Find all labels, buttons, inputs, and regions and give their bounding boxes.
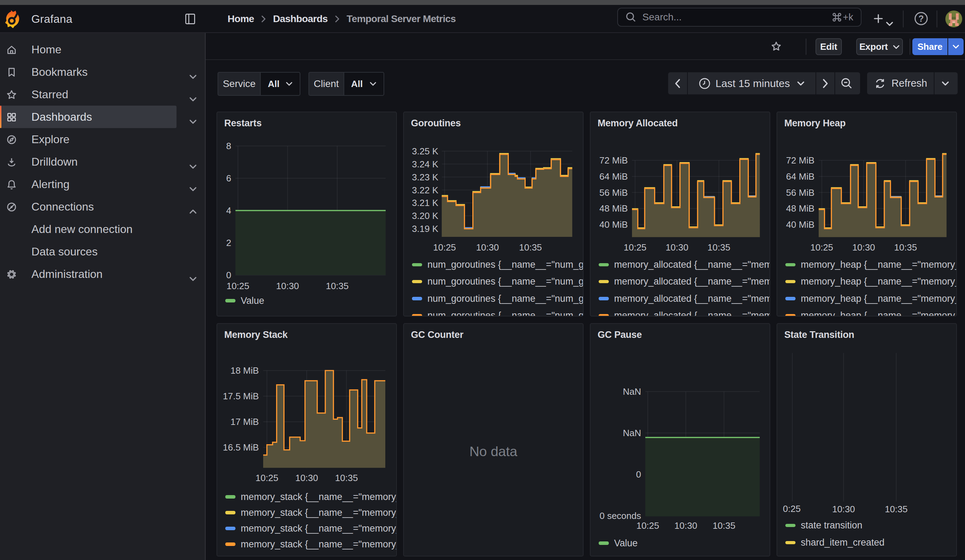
svg-text:0: 0 xyxy=(226,270,231,280)
svg-text:2: 2 xyxy=(226,238,231,248)
svg-text:0: 0 xyxy=(636,469,641,480)
svg-text:10:35: 10:35 xyxy=(325,281,348,291)
svg-text:3.19 K: 3.19 K xyxy=(412,224,438,234)
svg-text:40 MiB: 40 MiB xyxy=(599,219,628,230)
svg-text:3.24 K: 3.24 K xyxy=(412,159,438,170)
svg-text:10:30: 10:30 xyxy=(852,242,875,253)
svg-text:10:30: 10:30 xyxy=(832,504,855,514)
svg-text:3.22 K: 3.22 K xyxy=(412,185,438,196)
svg-text:NaN: NaN xyxy=(623,428,641,438)
svg-text:18 MiB: 18 MiB xyxy=(231,365,259,376)
svg-text:10:35: 10:35 xyxy=(519,242,542,253)
svg-text:48 MiB: 48 MiB xyxy=(786,203,815,214)
svg-text:3.23 K: 3.23 K xyxy=(412,172,438,183)
svg-text:10:35: 10:35 xyxy=(885,504,908,514)
svg-text:72 MiB: 72 MiB xyxy=(786,155,815,166)
svg-text:16.5 MiB: 16.5 MiB xyxy=(223,442,259,452)
svg-text:0 seconds: 0 seconds xyxy=(599,511,641,521)
svg-text:10:35: 10:35 xyxy=(335,473,358,483)
svg-text:10:30: 10:30 xyxy=(476,242,499,253)
svg-text:48 MiB: 48 MiB xyxy=(599,203,628,214)
svg-text:56 MiB: 56 MiB xyxy=(786,188,815,198)
svg-text:10:30: 10:30 xyxy=(295,473,318,483)
svg-text:17 MiB: 17 MiB xyxy=(231,416,259,427)
svg-text:10:25: 10:25 xyxy=(226,281,249,291)
svg-text:40 MiB: 40 MiB xyxy=(786,219,815,230)
svg-text:4: 4 xyxy=(226,205,231,216)
svg-text:3.20 K: 3.20 K xyxy=(412,211,438,221)
svg-text:0:25: 0:25 xyxy=(783,503,801,514)
svg-text:10:35: 10:35 xyxy=(707,242,730,253)
svg-text:NaN: NaN xyxy=(623,386,641,397)
svg-text:10:35: 10:35 xyxy=(713,520,736,531)
svg-text:64 MiB: 64 MiB xyxy=(599,171,628,182)
svg-text:8: 8 xyxy=(226,141,231,151)
svg-text:3.25 K: 3.25 K xyxy=(412,146,438,157)
svg-text:3.21 K: 3.21 K xyxy=(412,198,438,208)
svg-text:10:25: 10:25 xyxy=(433,242,456,253)
svg-text:6: 6 xyxy=(226,173,231,183)
svg-text:10:30: 10:30 xyxy=(666,242,689,253)
svg-text:10:25: 10:25 xyxy=(810,242,833,253)
svg-text:64 MiB: 64 MiB xyxy=(786,171,815,182)
svg-text:10:25: 10:25 xyxy=(636,520,659,531)
svg-text:10:30: 10:30 xyxy=(674,520,697,531)
svg-text:56 MiB: 56 MiB xyxy=(599,188,628,198)
svg-text:?: ? xyxy=(918,14,924,23)
svg-text:72 MiB: 72 MiB xyxy=(599,155,628,166)
svg-text:10:25: 10:25 xyxy=(255,473,278,483)
svg-text:17.5 MiB: 17.5 MiB xyxy=(223,391,259,402)
svg-text:10:25: 10:25 xyxy=(623,242,646,253)
svg-text:10:30: 10:30 xyxy=(276,281,299,291)
svg-text:10:35: 10:35 xyxy=(894,242,917,253)
